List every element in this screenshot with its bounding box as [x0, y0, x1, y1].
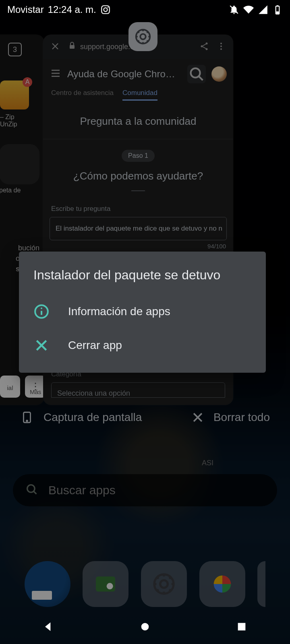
nav-bar — [0, 611, 290, 644]
dialog-app-info-label: Información de apps — [68, 305, 170, 318]
dialog-close-app-button[interactable]: Cerrar app — [19, 328, 266, 362]
dnd-off-icon — [229, 4, 239, 15]
dialog-app-info-button[interactable]: Información de apps — [19, 295, 266, 328]
app-crash-dialog: Instalador del paquete se detuvo Informa… — [19, 252, 266, 373]
status-bar: Movistar 12:24 a. m. — [0, 0, 290, 19]
svg-rect-28 — [238, 623, 246, 631]
svg-point-31 — [41, 308, 42, 309]
svg-point-1 — [104, 8, 107, 11]
svg-rect-5 — [277, 5, 278, 6]
carrier-label: Movistar — [7, 4, 44, 15]
wifi-icon — [243, 4, 254, 15]
svg-point-2 — [108, 7, 109, 8]
clock-label: 12:24 a. m. — [48, 4, 96, 15]
nav-back-button[interactable] — [42, 620, 55, 635]
svg-point-27 — [141, 623, 149, 631]
dialog-close-app-label: Cerrar app — [68, 339, 122, 352]
nav-recents-button[interactable] — [235, 620, 248, 635]
battery-icon — [272, 4, 283, 15]
cell-signal-icon — [258, 4, 268, 15]
nav-home-button[interactable] — [139, 620, 151, 635]
instagram-icon — [100, 4, 111, 15]
svg-rect-6 — [276, 11, 279, 13]
dialog-title: Instalador del paquete se detuvo — [19, 268, 266, 295]
